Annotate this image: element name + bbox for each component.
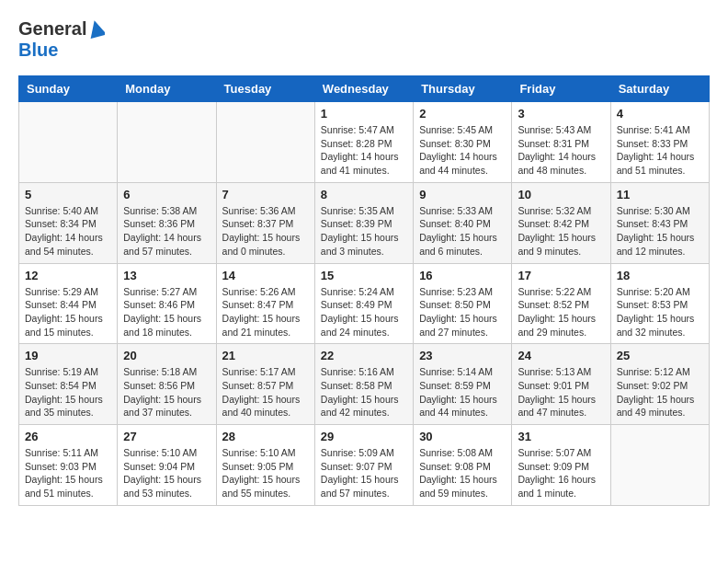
day-number: 25 bbox=[617, 349, 703, 362]
calendar-day-cell: 4Sunrise: 5:41 AM Sunset: 8:33 PM Daylig… bbox=[610, 102, 709, 183]
day-number: 17 bbox=[518, 269, 604, 282]
calendar-day-cell: 7Sunrise: 5:36 AM Sunset: 8:37 PM Daylig… bbox=[216, 182, 314, 263]
calendar-week-row: 19Sunrise: 5:19 AM Sunset: 8:54 PM Dayli… bbox=[19, 344, 710, 425]
calendar-day-cell: 15Sunrise: 5:24 AM Sunset: 8:49 PM Dayli… bbox=[314, 263, 413, 344]
day-of-week-header: Tuesday bbox=[216, 76, 314, 102]
day-number: 20 bbox=[123, 349, 210, 362]
calendar-day-cell: 12Sunrise: 5:29 AM Sunset: 8:44 PM Dayli… bbox=[19, 263, 118, 344]
day-number: 26 bbox=[25, 430, 111, 443]
calendar-day-cell: 10Sunrise: 5:32 AM Sunset: 8:42 PM Dayli… bbox=[512, 182, 610, 263]
calendar-day-cell: 11Sunrise: 5:30 AM Sunset: 8:43 PM Dayli… bbox=[610, 182, 709, 263]
calendar-day-cell: 14Sunrise: 5:26 AM Sunset: 8:47 PM Dayli… bbox=[216, 263, 314, 344]
calendar-day-cell: 25Sunrise: 5:12 AM Sunset: 9:02 PM Dayli… bbox=[610, 344, 709, 425]
calendar-day-cell: 26Sunrise: 5:11 AM Sunset: 9:03 PM Dayli… bbox=[19, 425, 118, 506]
day-info: Sunrise: 5:23 AM Sunset: 8:50 PM Dayligh… bbox=[419, 285, 506, 339]
day-info: Sunrise: 5:10 AM Sunset: 9:04 PM Dayligh… bbox=[123, 446, 210, 500]
day-number: 23 bbox=[419, 349, 506, 362]
day-number: 3 bbox=[518, 107, 604, 121]
day-info: Sunrise: 5:22 AM Sunset: 8:52 PM Dayligh… bbox=[518, 285, 604, 339]
svg-marker-0 bbox=[88, 20, 105, 39]
calendar-day-cell: 22Sunrise: 5:16 AM Sunset: 8:58 PM Dayli… bbox=[314, 344, 413, 425]
calendar-day-cell: 19Sunrise: 5:19 AM Sunset: 8:54 PM Dayli… bbox=[19, 344, 118, 425]
calendar-day-cell: 1Sunrise: 5:47 AM Sunset: 8:28 PM Daylig… bbox=[314, 102, 413, 183]
day-info: Sunrise: 5:16 AM Sunset: 8:58 PM Dayligh… bbox=[321, 365, 407, 419]
page-header: General Blue bbox=[18, 18, 710, 61]
day-of-week-header: Thursday bbox=[414, 76, 512, 102]
day-number: 1 bbox=[321, 107, 407, 121]
calendar-day-cell: 9Sunrise: 5:33 AM Sunset: 8:40 PM Daylig… bbox=[414, 182, 512, 263]
day-info: Sunrise: 5:43 AM Sunset: 8:31 PM Dayligh… bbox=[518, 123, 604, 178]
day-of-week-header: Monday bbox=[118, 76, 216, 102]
calendar-day-cell: 16Sunrise: 5:23 AM Sunset: 8:50 PM Dayli… bbox=[414, 263, 512, 344]
day-number: 7 bbox=[222, 188, 309, 201]
logo-triangle-icon bbox=[88, 20, 105, 39]
logo-blue-text: Blue bbox=[18, 40, 105, 61]
day-number: 24 bbox=[518, 349, 604, 362]
day-info: Sunrise: 5:24 AM Sunset: 8:49 PM Dayligh… bbox=[321, 285, 407, 339]
day-info: Sunrise: 5:12 AM Sunset: 9:02 PM Dayligh… bbox=[617, 365, 703, 419]
calendar-day-cell: 28Sunrise: 5:10 AM Sunset: 9:05 PM Dayli… bbox=[216, 425, 314, 506]
calendar-day-cell: 31Sunrise: 5:07 AM Sunset: 9:09 PM Dayli… bbox=[512, 425, 610, 506]
calendar-day-cell: 29Sunrise: 5:09 AM Sunset: 9:07 PM Dayli… bbox=[314, 425, 413, 506]
calendar-table: SundayMondayTuesdayWednesdayThursdayFrid… bbox=[18, 75, 710, 506]
day-info: Sunrise: 5:29 AM Sunset: 8:44 PM Dayligh… bbox=[25, 285, 111, 339]
day-info: Sunrise: 5:47 AM Sunset: 8:28 PM Dayligh… bbox=[321, 123, 407, 178]
calendar-day-cell bbox=[216, 102, 314, 183]
calendar-day-cell: 8Sunrise: 5:35 AM Sunset: 8:39 PM Daylig… bbox=[314, 182, 413, 263]
day-number: 21 bbox=[222, 349, 309, 362]
calendar-day-cell: 13Sunrise: 5:27 AM Sunset: 8:46 PM Dayli… bbox=[118, 263, 216, 344]
day-info: Sunrise: 5:45 AM Sunset: 8:30 PM Dayligh… bbox=[419, 123, 506, 178]
day-number: 15 bbox=[321, 269, 407, 282]
day-number: 19 bbox=[25, 349, 111, 362]
day-info: Sunrise: 5:07 AM Sunset: 9:09 PM Dayligh… bbox=[518, 446, 604, 500]
calendar-day-cell bbox=[19, 102, 118, 183]
day-info: Sunrise: 5:40 AM Sunset: 8:34 PM Dayligh… bbox=[25, 204, 111, 259]
calendar-week-row: 1Sunrise: 5:47 AM Sunset: 8:28 PM Daylig… bbox=[19, 102, 710, 183]
day-of-week-header: Sunday bbox=[19, 76, 118, 102]
day-number: 4 bbox=[617, 107, 703, 121]
day-number: 2 bbox=[419, 107, 506, 121]
day-number: 29 bbox=[321, 430, 407, 443]
day-info: Sunrise: 5:41 AM Sunset: 8:33 PM Dayligh… bbox=[617, 123, 703, 178]
calendar-day-cell: 5Sunrise: 5:40 AM Sunset: 8:34 PM Daylig… bbox=[19, 182, 118, 263]
day-info: Sunrise: 5:33 AM Sunset: 8:40 PM Dayligh… bbox=[419, 204, 506, 259]
day-number: 31 bbox=[518, 430, 604, 443]
day-info: Sunrise: 5:26 AM Sunset: 8:47 PM Dayligh… bbox=[222, 285, 309, 339]
day-number: 16 bbox=[419, 269, 506, 282]
calendar-day-cell bbox=[610, 425, 709, 506]
calendar-day-cell: 17Sunrise: 5:22 AM Sunset: 8:52 PM Dayli… bbox=[512, 263, 610, 344]
day-info: Sunrise: 5:38 AM Sunset: 8:36 PM Dayligh… bbox=[123, 204, 210, 259]
day-info: Sunrise: 5:27 AM Sunset: 8:46 PM Dayligh… bbox=[123, 285, 210, 339]
day-number: 5 bbox=[25, 188, 111, 201]
day-info: Sunrise: 5:35 AM Sunset: 8:39 PM Dayligh… bbox=[321, 204, 407, 259]
calendar-week-row: 12Sunrise: 5:29 AM Sunset: 8:44 PM Dayli… bbox=[19, 263, 710, 344]
calendar-day-cell: 3Sunrise: 5:43 AM Sunset: 8:31 PM Daylig… bbox=[512, 102, 610, 183]
day-number: 10 bbox=[518, 188, 604, 201]
day-number: 22 bbox=[321, 349, 407, 362]
day-number: 14 bbox=[222, 269, 309, 282]
calendar-day-cell: 30Sunrise: 5:08 AM Sunset: 9:08 PM Dayli… bbox=[414, 425, 512, 506]
logo-general-text: General bbox=[18, 18, 86, 40]
calendar-day-cell: 18Sunrise: 5:20 AM Sunset: 8:53 PM Dayli… bbox=[610, 263, 709, 344]
day-number: 13 bbox=[123, 269, 210, 282]
day-of-week-header: Saturday bbox=[610, 76, 709, 102]
day-number: 9 bbox=[419, 188, 506, 201]
day-number: 11 bbox=[617, 188, 703, 201]
day-info: Sunrise: 5:36 AM Sunset: 8:37 PM Dayligh… bbox=[222, 204, 309, 259]
day-number: 6 bbox=[123, 188, 210, 201]
calendar-week-row: 26Sunrise: 5:11 AM Sunset: 9:03 PM Dayli… bbox=[19, 425, 710, 506]
day-info: Sunrise: 5:32 AM Sunset: 8:42 PM Dayligh… bbox=[518, 204, 604, 259]
day-number: 8 bbox=[321, 188, 407, 201]
day-info: Sunrise: 5:20 AM Sunset: 8:53 PM Dayligh… bbox=[617, 285, 703, 339]
day-info: Sunrise: 5:11 AM Sunset: 9:03 PM Dayligh… bbox=[25, 446, 111, 500]
day-info: Sunrise: 5:19 AM Sunset: 8:54 PM Dayligh… bbox=[25, 365, 111, 419]
day-info: Sunrise: 5:13 AM Sunset: 9:01 PM Dayligh… bbox=[518, 365, 604, 419]
day-number: 30 bbox=[419, 430, 506, 443]
calendar-day-cell bbox=[118, 102, 216, 183]
day-info: Sunrise: 5:08 AM Sunset: 9:08 PM Dayligh… bbox=[419, 446, 506, 500]
calendar-week-row: 5Sunrise: 5:40 AM Sunset: 8:34 PM Daylig… bbox=[19, 182, 710, 263]
day-of-week-header: Wednesday bbox=[314, 76, 413, 102]
calendar-day-cell: 27Sunrise: 5:10 AM Sunset: 9:04 PM Dayli… bbox=[118, 425, 216, 506]
day-number: 12 bbox=[25, 269, 111, 282]
calendar-day-cell: 21Sunrise: 5:17 AM Sunset: 8:57 PM Dayli… bbox=[216, 344, 314, 425]
